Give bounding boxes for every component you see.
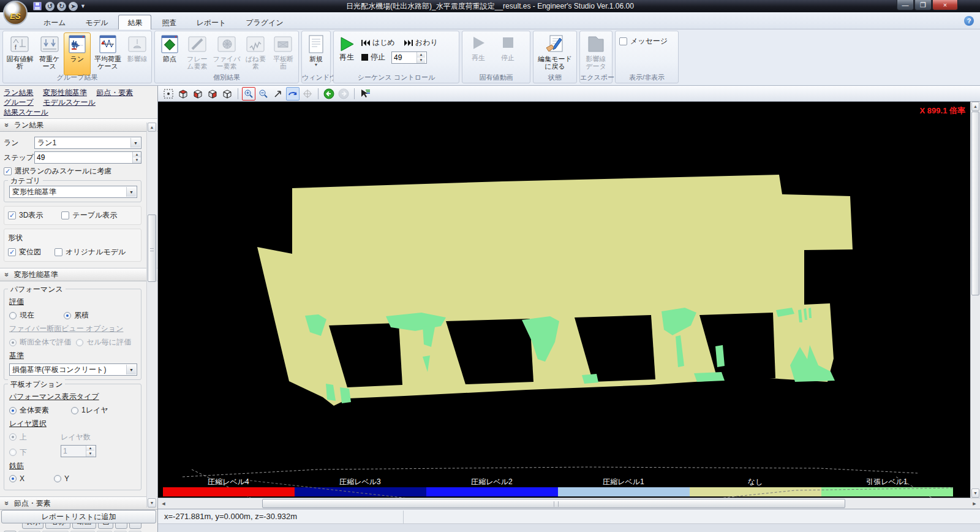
standard-label: 基準 — [9, 351, 137, 361]
sequence-control-group: 再生 はじめ おわり 停止 — [333, 31, 459, 83]
view-cube-side-icon[interactable] — [206, 87, 219, 101]
average-load-case-button[interactable]: 平均荷重ケース — [92, 32, 124, 75]
run-combobox[interactable]: ラン1 ▼ — [34, 137, 141, 149]
tab-report[interactable]: レポート — [187, 15, 235, 29]
plate-section-button: 平板断面 — [270, 32, 296, 75]
pick-results-icon[interactable] — [358, 87, 372, 101]
step-value-input[interactable] — [35, 152, 132, 163]
legend-label: 圧縮レベル4 — [208, 477, 249, 486]
viewport-vscroll-thumb[interactable] — [971, 112, 979, 295]
category-combobox[interactable]: 変形性能基準 ▼ — [9, 186, 137, 198]
eigen-stop-button: 停止 — [494, 32, 522, 75]
step-up-icon[interactable]: ▲ — [417, 52, 425, 58]
group-label: ウィンドウ — [302, 73, 330, 82]
viewport-horizontal-scrollbar[interactable]: ◀ ▶ — [158, 498, 980, 509]
step-down-icon[interactable]: ▼ — [133, 158, 141, 163]
add-to-report-list-button[interactable]: レポートリストに追加 — [1, 510, 156, 523]
view-table-checkbox[interactable] — [61, 211, 69, 219]
tab-results[interactable]: 結果 — [118, 15, 151, 29]
link-result-scale[interactable]: 結果スケール — [4, 108, 48, 116]
load-case-button[interactable]: 荷重ケース — [36, 32, 62, 75]
step-input[interactable] — [392, 52, 417, 63]
link-run-results[interactable]: ラン結果 — [4, 88, 34, 97]
eigenvalue-animation-group: 再生 停止 固有値動画 — [462, 31, 530, 83]
view-cube-top-icon[interactable] — [191, 87, 205, 101]
view-cube-perspective-icon[interactable] — [221, 87, 234, 101]
sequence-stop-button[interactable]: 停止 — [358, 51, 388, 64]
eigenvalue-analysis-button[interactable]: f 固有値解析 — [5, 32, 35, 75]
node-button[interactable]: 節点 — [157, 32, 182, 75]
link-model-scale[interactable]: モデルスケール — [43, 98, 96, 107]
panel-scrollbar[interactable]: ▲ ▼ — [146, 123, 157, 507]
minimize-button[interactable]: — — [897, 0, 914, 10]
step-up-icon[interactable]: ▲ — [133, 152, 141, 158]
whole-element-radio[interactable] — [9, 407, 17, 414]
rebar-y-radio[interactable] — [54, 475, 61, 482]
new-window-dropdown-icon[interactable]: ▼ — [314, 63, 318, 67]
tab-plugin[interactable]: プラグイン — [236, 15, 292, 29]
svg-text:f: f — [15, 44, 17, 51]
standard-combobox[interactable]: 損傷基準(平板コンクリート) ▼ — [9, 363, 137, 376]
new-window-button[interactable]: 新規 ▼ — [304, 32, 328, 75]
section-deformation-criteria[interactable]: » 変形性能基準 — [0, 268, 157, 281]
tab-home[interactable]: ホーム — [34, 15, 75, 29]
panel-scroll-thumb[interactable] — [148, 215, 156, 282]
application-menu-button[interactable]: ES — [3, 1, 28, 25]
rotate-view-icon[interactable] — [286, 87, 300, 101]
link-group[interactable]: グループ — [4, 98, 34, 107]
layer-count-input — [61, 446, 86, 457]
view-back-icon[interactable] — [322, 87, 336, 101]
scroll-left-icon[interactable]: ◀ — [159, 500, 168, 508]
scroll-up-icon[interactable]: ▲ — [148, 123, 156, 132]
one-layer-radio[interactable] — [71, 407, 78, 414]
run-button[interactable]: ラン — [64, 32, 90, 75]
window-controls: — ❐ × — [896, 0, 958, 10]
pan-icon[interactable] — [271, 87, 285, 101]
redo-icon[interactable]: ↻ — [57, 2, 66, 11]
scroll-right-icon[interactable]: ▶ — [970, 500, 979, 508]
shape-group-label: 形状 — [8, 233, 137, 243]
link-deformation-criteria[interactable]: 変形性能基準 — [43, 88, 87, 97]
step-down-icon[interactable]: ▼ — [417, 58, 425, 63]
close-button[interactable]: × — [932, 0, 958, 10]
return-edit-mode-button[interactable]: 編集モードに戻る — [535, 32, 575, 75]
scroll-up-icon[interactable]: ▲ — [971, 102, 979, 111]
view-3d-checkbox[interactable] — [8, 211, 16, 219]
section-run-results[interactable]: » ラン結果 — [0, 118, 157, 132]
message-checkbox[interactable] — [619, 37, 627, 45]
sequence-end-button[interactable]: おわり — [401, 36, 440, 49]
eval-cumulative-radio[interactable] — [64, 312, 71, 319]
restore-button[interactable]: ❐ — [914, 0, 932, 10]
section-nodes-elements[interactable]: » 節点・要素 — [0, 496, 157, 510]
viewport-hscroll-thumb[interactable] — [262, 499, 845, 508]
link-nodes-elements[interactable]: 節点・要素 — [96, 88, 133, 97]
3d-viewport[interactable]: 圧縮レベル4 圧縮レベル3 圧縮レベル2 圧縮レベル1 なし 引張レベル1 — [158, 102, 970, 498]
undo-icon[interactable]: ↺ — [45, 2, 55, 11]
scroll-down-icon[interactable]: ▼ — [148, 498, 156, 507]
group-label: 個別結果 — [155, 73, 298, 82]
sequence-step-spinner[interactable]: ▲▼ — [391, 51, 427, 64]
zoom-out-icon[interactable] — [257, 87, 270, 101]
eval-current-radio[interactable] — [9, 312, 17, 319]
tab-model[interactable]: モデル — [77, 15, 118, 29]
zoom-in-icon[interactable] — [242, 87, 255, 101]
sequence-play-button[interactable]: 再生 — [335, 32, 358, 63]
window-group: 新規 ▼ ウィンドウ — [301, 31, 331, 83]
view-cube-front-icon[interactable] — [176, 87, 190, 101]
viewport-vertical-scrollbar[interactable]: ▲ ▼ — [970, 102, 980, 498]
quick-tool-icon[interactable]: ➤ — [69, 2, 78, 11]
save-icon[interactable] — [32, 1, 43, 11]
qat-dropdown-icon[interactable]: ▼ — [80, 3, 86, 9]
fit-selection-icon[interactable] — [162, 87, 175, 101]
influence-line-data-icon — [586, 34, 606, 54]
tab-check[interactable]: 照査 — [153, 15, 186, 29]
sequence-begin-button[interactable]: はじめ — [358, 36, 398, 49]
help-icon[interactable]: ? — [964, 16, 974, 26]
displacement-checkbox[interactable] — [8, 248, 16, 256]
step-spinner[interactable]: ▲▼ — [34, 151, 141, 164]
rebar-x-radio[interactable] — [9, 475, 17, 482]
legend-swatch — [295, 487, 426, 496]
scroll-down-icon[interactable]: ▼ — [971, 488, 979, 498]
original-model-checkbox[interactable] — [55, 248, 62, 256]
only-selected-run-checkbox[interactable] — [4, 167, 12, 175]
